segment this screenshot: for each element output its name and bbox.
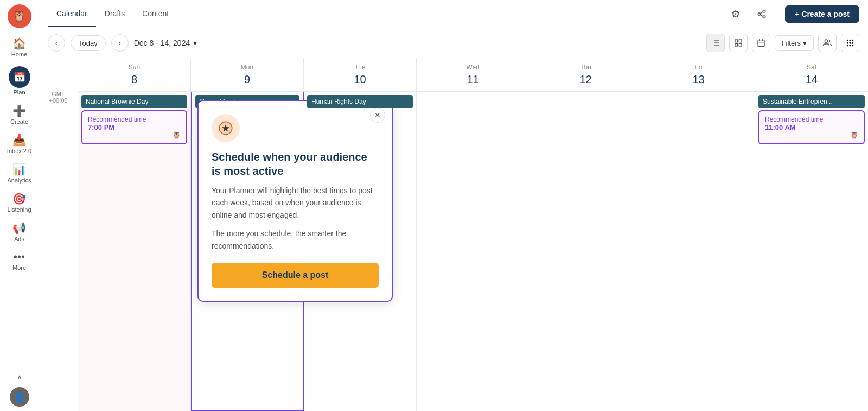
calendar-toolbar: ‹ Today › Dec 8 - 14, 2024 ▾ <box>39 28 868 58</box>
sidebar-item-plan[interactable]: 📅 Plan <box>0 62 39 100</box>
day-header-thu: Thu 12 <box>529 58 642 91</box>
day-header-wed: Wed 11 <box>417 58 529 91</box>
tab-content[interactable]: Content <box>133 2 177 27</box>
gmt-label: GMT <box>52 91 65 97</box>
sidebar-item-analytics[interactable]: 📊 Analytics <box>0 159 39 188</box>
popup-icon <box>212 114 240 142</box>
member-view-button[interactable] <box>818 34 837 52</box>
chevron-down-icon: ▾ <box>193 39 197 47</box>
nav-tabs: Calendar Drafts Content <box>48 2 177 27</box>
listening-icon: 🎯 <box>12 192 26 205</box>
more-icon: ••• <box>14 251 25 263</box>
rec-title-sat: Recommended time <box>765 116 858 123</box>
list-view-button[interactable] <box>706 34 725 52</box>
filter-chevron-icon: ▾ <box>803 39 807 47</box>
day-header-sat: Sat 14 <box>755 58 868 91</box>
home-icon: 🏠 <box>12 37 26 50</box>
sidebar-ads-label: Ads <box>14 236 24 242</box>
main-content: Calendar Drafts Content ⚙ + Create a pos… <box>39 0 868 411</box>
nav-divider <box>778 7 778 22</box>
rec-owl-sat: 🦉 <box>765 131 858 139</box>
rec-title-sun: Recommended time <box>88 116 181 123</box>
app-logo[interactable]: 🦉 <box>8 4 31 28</box>
calendar-view-button[interactable] <box>752 34 770 52</box>
svg-point-1 <box>758 12 761 15</box>
top-navigation: Calendar Drafts Content ⚙ + Create a pos… <box>39 0 868 28</box>
day-cell-sun: National Brownie Day Recommended time 7:… <box>78 92 191 411</box>
svg-point-0 <box>763 10 765 12</box>
svg-point-22 <box>852 40 853 41</box>
event-sustainable-entrepren[interactable]: Sustainable Entrepren... <box>758 95 865 108</box>
sidebar-inbox-label: Inbox 2.0 <box>7 148 31 154</box>
mon-num: 9 <box>193 73 301 86</box>
sidebar-listening-label: Listening <box>7 206 31 213</box>
sidebar-bottom: ∧ 👤 <box>10 369 29 407</box>
tue-num: 10 <box>306 73 414 86</box>
fri-name: Fri <box>644 64 752 71</box>
day-cell-tue: Human Rights Day <box>304 92 417 411</box>
fri-num: 13 <box>644 73 752 86</box>
filter-label: Filters <box>782 39 801 47</box>
sat-name: Sat <box>757 64 866 71</box>
sidebar-item-create[interactable]: ➕ Create <box>0 100 39 129</box>
recommended-time-sun[interactable]: Recommended time 7:00 PM 🦉 <box>81 110 187 144</box>
apps-button[interactable] <box>841 34 859 52</box>
create-post-button[interactable]: + Create a post <box>785 5 859 23</box>
sidebar-item-home[interactable]: 🏠 Home <box>0 33 39 62</box>
recommended-time-sat[interactable]: Recommended time 11:00 AM 🦉 <box>758 110 865 144</box>
create-icon: ➕ <box>12 104 26 117</box>
grid-view-button[interactable] <box>729 34 748 52</box>
thu-num: 12 <box>532 73 640 86</box>
sidebar-item-ads[interactable]: 📢 Ads <box>0 217 39 246</box>
sidebar: 🦉 🏠 Home 📅 Plan ➕ Create 📥 Inbox 2.0 📊 A… <box>0 0 39 411</box>
avatar[interactable]: 👤 <box>10 387 29 407</box>
gmt-column: GMT +00:00 <box>39 58 78 411</box>
tue-name: Tue <box>306 64 414 71</box>
sidebar-item-inbox[interactable]: 📥 Inbox 2.0 <box>0 129 39 159</box>
svg-line-3 <box>761 15 763 16</box>
share-button[interactable] <box>752 4 771 24</box>
day-cell-fri <box>642 92 755 411</box>
chevron-up-icon: ∧ <box>17 374 22 381</box>
view-controls: Filters ▾ <box>706 34 859 52</box>
sidebar-home-label: Home <box>11 51 27 58</box>
svg-point-28 <box>852 45 853 46</box>
tab-drafts[interactable]: Drafts <box>96 2 133 27</box>
settings-button[interactable]: ⚙ <box>726 4 745 24</box>
filters-button[interactable]: Filters ▾ <box>775 35 814 51</box>
svg-rect-15 <box>758 40 764 47</box>
calendar-grid: Sun 8 Mon 9 Tue 10 Wed 11 Thu 12 <box>78 58 868 411</box>
svg-point-21 <box>850 40 851 41</box>
sidebar-item-listening[interactable]: 🎯 Listening <box>0 188 39 217</box>
rec-owl-sun: 🦉 <box>88 131 181 139</box>
wed-num: 11 <box>419 73 527 86</box>
svg-point-23 <box>847 42 848 43</box>
event-human-rights-day[interactable]: Human Rights Day <box>307 95 413 108</box>
tab-calendar[interactable]: Calendar <box>48 2 96 27</box>
next-week-button[interactable]: › <box>111 34 129 52</box>
svg-point-2 <box>763 16 765 18</box>
calendar-area: GMT +00:00 Sun 8 Mon 9 Tue 10 W <box>39 58 868 411</box>
svg-rect-13 <box>739 43 742 46</box>
date-range-selector[interactable]: Dec 8 - 14, 2024 ▾ <box>134 39 197 47</box>
ads-icon: 📢 <box>12 222 26 235</box>
prev-week-button[interactable]: ‹ <box>48 34 65 52</box>
svg-rect-14 <box>735 43 738 46</box>
sidebar-collapse[interactable]: ∧ <box>10 369 29 385</box>
sun-name: Sun <box>80 64 188 71</box>
svg-line-4 <box>761 11 763 13</box>
day-cells: National Brownie Day Recommended time 7:… <box>78 92 868 411</box>
svg-point-19 <box>825 40 827 42</box>
rec-time-sat: 11:00 AM <box>765 123 858 131</box>
day-cell-wed <box>417 92 529 411</box>
sidebar-analytics-label: Analytics <box>7 177 31 184</box>
svg-point-25 <box>852 42 853 43</box>
sidebar-item-more[interactable]: ••• More <box>0 246 39 275</box>
analytics-icon: 📊 <box>12 163 26 176</box>
day-cell-thu <box>529 92 642 411</box>
svg-point-27 <box>850 45 851 46</box>
event-national-brownie-day[interactable]: National Brownie Day <box>81 95 187 108</box>
sidebar-plan-label: Plan <box>13 89 25 96</box>
svg-rect-12 <box>739 40 742 42</box>
today-button[interactable]: Today <box>71 35 106 51</box>
